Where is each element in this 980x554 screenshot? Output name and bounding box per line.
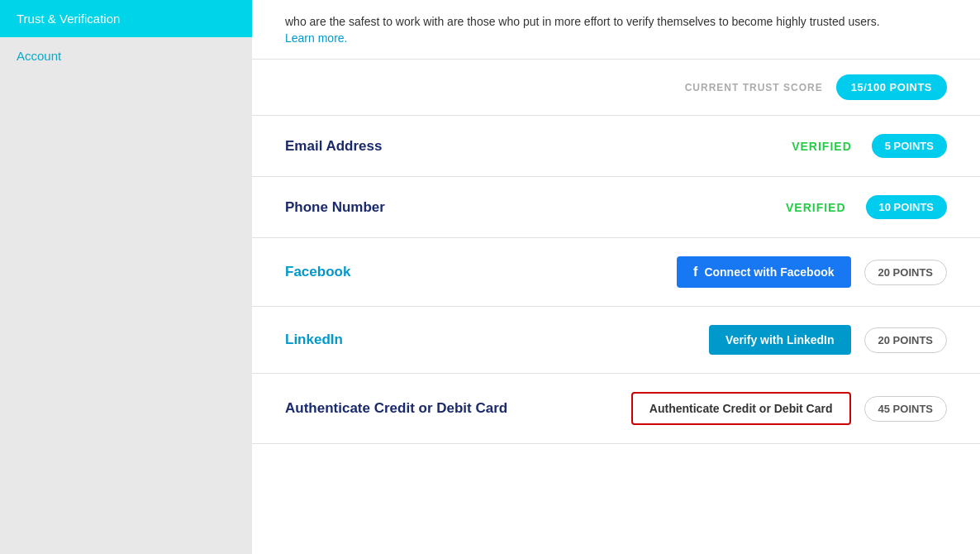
learn-more-link[interactable]: Learn more. — [285, 31, 347, 45]
sidebar: Trust & Verification Account — [0, 0, 252, 554]
email-row: Email Address VERIFIED 5 POINTS — [252, 116, 980, 177]
linkedin-label: LinkedIn — [285, 332, 696, 348]
trust-score-badge: 15/100 POINTS — [836, 74, 947, 100]
sidebar-item-trust-verification[interactable]: Trust & Verification — [0, 0, 252, 37]
facebook-icon: f — [693, 265, 697, 279]
phone-label: Phone Number — [285, 199, 773, 216]
email-label: Email Address — [285, 138, 778, 155]
phone-row: Phone Number VERIFIED 10 POINTS — [252, 177, 980, 238]
linkedin-row: LinkedIn Verify with LinkedIn 20 POINTS — [252, 307, 980, 374]
credit-card-row: Authenticate Credit or Debit Card Authen… — [252, 374, 980, 444]
description-section: who are the safest to work with are thos… — [252, 0, 980, 60]
facebook-label: Facebook — [285, 264, 664, 280]
facebook-points-badge: 20 POINTS — [864, 260, 947, 285]
connect-facebook-button[interactable]: f Connect with Facebook — [677, 256, 850, 288]
linkedin-points-badge: 20 POINTS — [864, 327, 947, 353]
trust-score-label: CURRENT TRUST SCORE — [685, 82, 823, 93]
description-text: who are the safest to work with are thos… — [285, 13, 947, 31]
email-points-badge: 5 POINTS — [872, 134, 947, 158]
phone-points-badge: 10 POINTS — [866, 195, 947, 219]
authenticate-credit-card-button[interactable]: Authenticate Credit or Debit Card — [631, 392, 851, 425]
facebook-row: Facebook f Connect with Facebook 20 POIN… — [252, 238, 980, 307]
email-verified-status: VERIFIED — [792, 140, 852, 153]
trust-score-row: CURRENT TRUST SCORE 15/100 POINTS — [252, 60, 980, 116]
credit-card-label: Authenticate Credit or Debit Card — [285, 400, 618, 417]
main-content: who are the safest to work with are thos… — [252, 0, 980, 554]
sidebar-item-account[interactable]: Account — [0, 37, 252, 74]
phone-verified-status: VERIFIED — [786, 201, 846, 214]
credit-card-points-badge: 45 POINTS — [864, 396, 947, 422]
verify-linkedin-button[interactable]: Verify with LinkedIn — [709, 325, 850, 355]
